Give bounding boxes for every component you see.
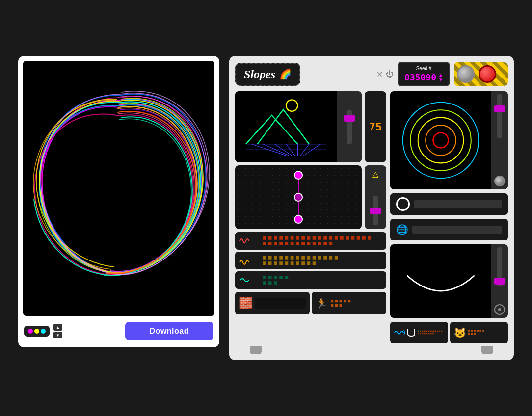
svg-rect-18 [285,236,289,240]
download-button[interactable]: Download [125,322,213,340]
svg-rect-109 [428,333,430,335]
wave-slider-track-1 [347,110,352,144]
svg-rect-121 [474,333,476,335]
svg-rect-74 [279,276,283,279]
seed-display: 035090 ▲ ▼ [404,72,443,82]
svg-rect-42 [307,242,311,245]
triangle-icon: △ [372,169,378,179]
svg-rect-116 [477,330,479,332]
seed-up-button[interactable]: ▲ [438,73,443,78]
svg-rect-23 [313,236,316,240]
svg-point-90 [426,125,456,156]
foot-right [481,346,493,354]
wave-section: 75 [235,91,386,162]
power-icon[interactable]: ⏻ [386,70,394,78]
svg-rect-20 [296,236,299,240]
seed-number: 035090 [404,72,436,82]
svg-rect-15 [268,236,272,240]
cat-icon: 🐱 [454,327,466,338]
wave-row-2[interactable] [235,252,386,269]
close-icon[interactable]: ✕ [376,70,383,79]
svg-rect-39 [291,242,294,245]
cat-dots [468,327,504,338]
wave-slider-thumb-1[interactable] [344,115,355,122]
svg-rect-45 [323,242,327,245]
wave-icon-3 [239,275,250,285]
svg-rect-103 [441,331,443,332]
svg-rect-32 [362,236,366,240]
cat-box[interactable]: 🐱 [450,322,508,343]
svg-rect-84 [331,304,333,307]
svg-rect-33 [368,236,371,240]
wave-row-1[interactable] [235,232,386,250]
svg-rect-99 [432,331,434,332]
svg-rect-36 [274,242,277,245]
svg-rect-44 [318,242,321,245]
hazard-knob[interactable] [457,65,475,83]
color-dot-yellow[interactable] [34,329,39,334]
svg-rect-47 [263,256,266,260]
power-button[interactable] [479,65,496,83]
person-icon: 🏃 [316,297,328,309]
svg-rect-29 [346,236,349,240]
svg-rect-96 [426,331,427,332]
point-panel[interactable] [235,165,362,229]
svg-rect-67 [296,261,299,265]
svg-rect-66 [291,261,294,265]
color-dot-pink[interactable] [28,329,33,334]
svg-rect-77 [268,281,272,285]
svg-rect-64 [279,261,283,265]
svg-point-91 [433,133,449,148]
circle-knob[interactable] [494,176,505,186]
svg-rect-95 [424,331,426,332]
icon-text-area-1 [255,298,306,309]
top-right-icons: ✕ ⏻ [376,70,394,79]
control-machine: Slopes 🌈 ✕ ⏻ Seed # 035090 ▲ ▼ [229,56,514,360]
color-arrows: ▲ ▼ [53,324,62,338]
curve-circle-indicator[interactable] [494,304,505,315]
svg-rect-30 [351,236,355,240]
color-selector[interactable] [24,326,50,337]
toggle-row-1[interactable] [390,193,508,215]
main-layout: 75 [235,91,508,343]
wave-dots-2 [254,256,382,265]
svg-rect-85 [335,304,338,307]
svg-rect-53 [296,256,299,260]
top-bar: Slopes 🌈 ✕ ⏻ Seed # 035090 ▲ ▼ [235,62,508,86]
svg-rect-106 [422,333,424,335]
svg-rect-61 [263,261,266,265]
svg-point-0 [286,100,297,111]
bottom-right-section: 🐱 [390,322,508,343]
point-sliders: △ [365,165,386,229]
bracket-icon [407,327,416,338]
point-slider-thumb[interactable] [370,208,381,214]
toggle-row-2[interactable]: 🌐 [390,219,508,240]
svg-rect-107 [424,333,426,335]
circle-slider-thumb[interactable] [494,105,505,112]
circle-toggle-1[interactable] [396,197,410,211]
svg-rect-108 [426,333,427,335]
color-up-button[interactable]: ▲ [53,324,62,331]
svg-rect-57 [318,256,321,260]
point-slider-track [373,196,378,225]
wave-row-3[interactable] [235,271,386,289]
color-dot-cyan[interactable] [41,329,46,334]
svg-rect-100 [435,331,436,332]
svg-rect-56 [313,256,316,260]
icon-box-3d[interactable]: 🧱 [235,292,310,314]
toggle-bar-2 [412,226,502,234]
icon-box-person[interactable]: 🏃 [312,292,386,314]
svg-rect-72 [268,276,272,279]
wave-cat-box[interactable] [390,322,448,343]
svg-rect-40 [296,242,299,245]
left-column: 75 [235,91,386,343]
svg-rect-73 [274,276,277,279]
svg-rect-50 [279,256,283,260]
svg-rect-48 [268,256,272,260]
curve-slider-thumb[interactable] [494,278,505,285]
hazard-section [454,62,508,86]
seed-down-button[interactable]: ▼ [438,78,443,82]
wave-dots-1 [254,236,382,245]
color-down-button[interactable]: ▼ [53,332,62,338]
svg-rect-21 [301,236,305,240]
